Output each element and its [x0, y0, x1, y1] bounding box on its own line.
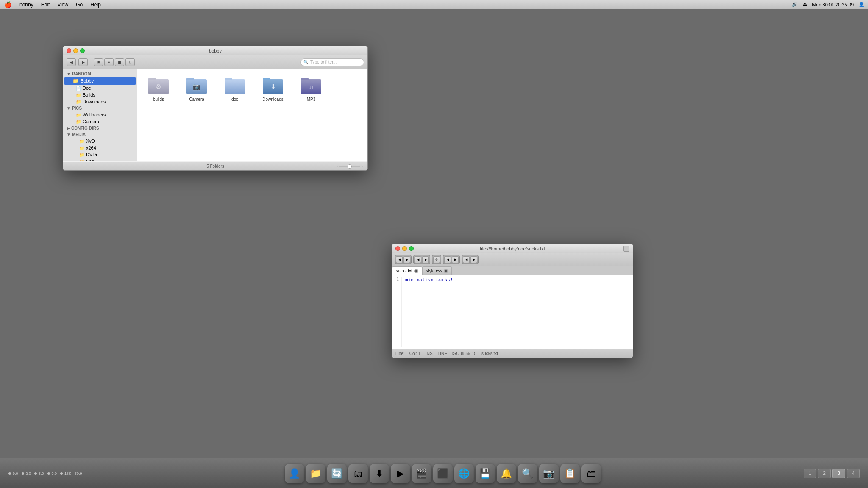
- finder-titlebar: bobby: [63, 46, 367, 55]
- column-view-button[interactable]: ▦: [115, 58, 124, 66]
- dock-label-3: 3.0: [39, 471, 44, 476]
- editor-zoom-button[interactable]: [623, 246, 629, 252]
- folder-icon-downloads: ⬇: [263, 75, 283, 95]
- folder-icon-doc: [225, 75, 245, 95]
- sidebar-item-camera[interactable]: 📁Camera: [64, 118, 136, 125]
- sidebar-item-mp3[interactable]: 📁MP3: [64, 158, 136, 161]
- file-item-doc[interactable]: doc: [218, 73, 252, 104]
- status-position: Line: 1 Col: 1: [395, 351, 420, 356]
- file-item-camera[interactable]: 📷 Camera: [180, 73, 214, 104]
- search-icon: 🔍: [303, 60, 309, 64]
- workspace-2[interactable]: 2: [818, 469, 831, 478]
- status-text: 5 Folders: [206, 164, 224, 169]
- maximize-button[interactable]: [80, 48, 85, 53]
- sidebar-item-doc[interactable]: 📄Doc: [64, 85, 136, 92]
- editor-tab-bar: sucks.txt × style.css ×: [392, 266, 633, 275]
- sidebar-section-config[interactable]: ▶Config Dirs: [63, 125, 137, 131]
- sidebar-section-pics: ▼Pics: [63, 105, 137, 111]
- sidebar-item-dvdr[interactable]: 📁DVDr: [64, 151, 136, 158]
- menu-edit[interactable]: Edit: [38, 1, 53, 8]
- dock-app-11[interactable]: 🔔: [497, 464, 516, 483]
- file-item-builds[interactable]: ⚙ builds: [142, 73, 175, 104]
- dock-app-13[interactable]: 📷: [539, 464, 559, 483]
- editor-btn-e[interactable]: ⊙: [433, 256, 440, 263]
- dock-app-2[interactable]: 📁: [306, 464, 326, 483]
- dock-app-12[interactable]: 🔍: [518, 464, 537, 483]
- file-item-mp3[interactable]: ♫ MP3: [294, 73, 328, 104]
- dock-dot-1: [8, 472, 11, 475]
- dock-app-14[interactable]: 📋: [560, 464, 580, 483]
- eject-icon[interactable]: ⏏: [803, 2, 807, 7]
- editor-btn-i[interactable]: ▶: [470, 256, 477, 263]
- status-encoding: ISO-8859-15: [452, 351, 476, 356]
- editor-tab-sucks[interactable]: sucks.txt ×: [392, 266, 422, 275]
- tab-close-sucks[interactable]: ×: [414, 269, 418, 273]
- menubar: 🍎 bobby Edit View Go Help 🔊 ⏏ Mon 30:01 …: [0, 0, 868, 9]
- workspace-4[interactable]: 4: [847, 469, 860, 478]
- editor-tab-style[interactable]: style.css ×: [422, 266, 452, 275]
- view-buttons: ⊞ ≡ ▦ ⊡: [94, 58, 135, 66]
- editor-minimize-button[interactable]: [402, 246, 407, 251]
- svg-text:📷: 📷: [192, 83, 201, 91]
- sidebar-item-x264[interactable]: 📁x264: [64, 144, 136, 151]
- sidebar-item-bobby[interactable]: 📁Bobby: [64, 77, 136, 85]
- dock-app-9[interactable]: 🌐: [454, 464, 474, 483]
- size-slider[interactable]: ○ ○: [336, 164, 363, 168]
- sidebar-item-xvd[interactable]: 📁XvD: [64, 138, 136, 144]
- editor-titlebar: file:///home/bobby/doc/sucks.txt: [392, 244, 633, 253]
- editor-btn-a[interactable]: ◀: [396, 256, 403, 263]
- workspace-3[interactable]: 3: [832, 469, 845, 478]
- menu-view[interactable]: View: [54, 1, 72, 8]
- menubar-left: 🍎 bobby Edit View Go Help: [3, 0, 104, 9]
- dock-app-3[interactable]: 🔄: [327, 464, 347, 483]
- editor-btn-b[interactable]: ▶: [403, 256, 410, 263]
- editor-btn-f[interactable]: ◀: [444, 256, 451, 263]
- datetime: Mon 30:01 20:25:09: [812, 2, 854, 7]
- dock-app-1[interactable]: 👤: [285, 464, 304, 483]
- dock-app-4[interactable]: 🗂: [348, 464, 368, 483]
- search-box[interactable]: 🔍 Type to filter...: [300, 58, 364, 66]
- workspace-1[interactable]: 1: [804, 469, 816, 478]
- menu-bobby[interactable]: bobby: [16, 1, 37, 8]
- editor-btn-d[interactable]: ▶: [422, 256, 429, 263]
- dock-left: 9.0 2.0 3.0 0.0 18K 50.9: [8, 471, 82, 476]
- editor-btn-g[interactable]: ▶: [452, 256, 459, 263]
- file-item-downloads[interactable]: ⬇ Downloads: [256, 73, 290, 104]
- dock-app-5[interactable]: ⬇: [370, 464, 389, 483]
- sidebar-item-builds[interactable]: 📁Builds: [64, 92, 136, 98]
- user-icon[interactable]: 👤: [859, 2, 865, 7]
- sidebar-item-wallpapers[interactable]: 📁Wallpapers: [64, 111, 136, 118]
- editor-window-controls: [395, 246, 414, 251]
- sidebar-item-downloads[interactable]: 📁Downloads: [64, 98, 136, 105]
- finder-toolbar: ◀ ▶ ⊞ ≡ ▦ ⊡ 🔍 Type to filter...: [63, 55, 367, 69]
- editor-maximize-button[interactable]: [409, 246, 414, 251]
- close-button[interactable]: [67, 48, 71, 53]
- dock-app-8[interactable]: ⬛: [433, 464, 453, 483]
- tab-close-style[interactable]: ×: [444, 269, 448, 273]
- minimize-button[interactable]: [73, 48, 78, 53]
- dock-app-10[interactable]: 💾: [476, 464, 495, 483]
- cover-view-button[interactable]: ⊡: [125, 58, 135, 66]
- editor-close-button[interactable]: [395, 246, 400, 251]
- dock-app-7[interactable]: 🎬: [412, 464, 431, 483]
- back-button[interactable]: ◀: [67, 58, 76, 66]
- svg-rect-7: [225, 79, 245, 94]
- list-view-button[interactable]: ≡: [104, 58, 114, 66]
- svg-text:⬇: ⬇: [270, 83, 276, 90]
- menu-go[interactable]: Go: [72, 1, 86, 8]
- forward-button[interactable]: ▶: [78, 58, 88, 66]
- finder-content: ⚙ builds: [137, 69, 367, 161]
- editor-text[interactable]: minimalism sucks!: [405, 277, 629, 347]
- editor-btn-h[interactable]: ◀: [463, 256, 470, 263]
- finder-title: bobby: [209, 48, 222, 53]
- icon-view-button[interactable]: ⊞: [94, 58, 103, 66]
- editor-btn-c[interactable]: ◀: [415, 256, 421, 263]
- dock-app-6[interactable]: ▶: [391, 464, 410, 483]
- dock-app-15[interactable]: 🗃: [581, 464, 601, 483]
- dock-indicator-4: 0.0: [47, 471, 57, 476]
- menu-help[interactable]: Help: [87, 1, 104, 8]
- line-numbers: 1: [395, 277, 402, 347]
- volume-icon[interactable]: 🔊: [792, 2, 798, 7]
- editor-content[interactable]: 1 minimalism sucks!: [392, 275, 633, 349]
- apple-menu[interactable]: 🍎: [3, 0, 12, 9]
